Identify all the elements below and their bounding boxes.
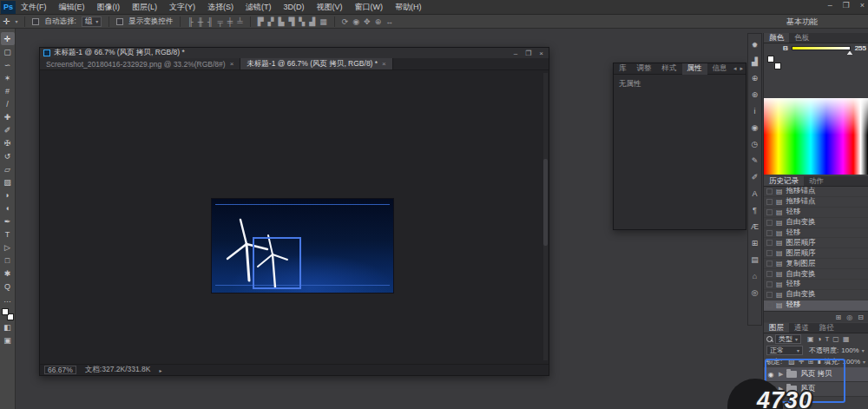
distribute-vcenter-icon[interactable]: ▞ [268, 17, 274, 26]
fill-value[interactable]: 100% [843, 358, 860, 366]
color-slider-track[interactable] [792, 46, 851, 50]
lock-transparency-icon[interactable]: ▨ [788, 358, 795, 366]
align-bottom-icon[interactable]: ╧ [237, 17, 242, 26]
move-tool-icon[interactable]: ✛ [3, 16, 10, 26]
history-state-row[interactable]: ▤ 轻移 [764, 280, 868, 290]
move-tool[interactable]: ✛ [1, 32, 15, 45]
menu-item[interactable]: 图像(I) [97, 2, 121, 13]
smart-object-filter-icon[interactable]: ▦ [843, 335, 850, 343]
history-state-row[interactable]: ▤ 拖移锚点 [764, 197, 868, 208]
menu-item[interactable]: 滤镜(T) [246, 2, 272, 13]
eyedropper-tool[interactable]: / [1, 97, 15, 110]
screen-mode-button[interactable]: ▣ [1, 333, 15, 346]
crop-tool[interactable]: # [1, 84, 15, 97]
restore-icon[interactable]: ❐ [843, 1, 850, 10]
color-swatches[interactable] [2, 308, 14, 320]
layer-comps-icon[interactable]: ⊞ [748, 234, 761, 251]
align-right-icon[interactable]: ╢ [207, 17, 213, 26]
blend-mode-dropdown[interactable]: 正常 ▾ [766, 346, 803, 355]
auto-select-checkbox[interactable] [32, 18, 39, 25]
minimize-icon[interactable]: – [514, 49, 517, 57]
document-tab[interactable]: 未标题-1 @ 66.7% (风页 拷贝, RGB/8) * × [240, 58, 392, 69]
distribute-bottom-icon[interactable]: ▙ [278, 17, 284, 26]
delete-state-icon[interactable]: ⊟ [858, 313, 864, 321]
history-source-checkbox[interactable] [766, 261, 773, 267]
history-source-checkbox[interactable] [766, 209, 773, 215]
align-vcenter-icon[interactable]: ╪ [227, 17, 233, 26]
image-canvas[interactable] [212, 199, 393, 293]
type-filter-icon[interactable]: T [825, 335, 829, 343]
panel-tab[interactable]: 图层 [764, 323, 789, 333]
shape-filter-icon[interactable]: ▢ [832, 335, 839, 343]
history-state-row[interactable]: ▤ 轻移 [764, 208, 868, 218]
history-source-checkbox[interactable] [766, 292, 773, 298]
new-doc-from-state-icon[interactable]: ⊞ [836, 313, 842, 321]
minimize-icon[interactable]: – [828, 1, 832, 10]
menu-item[interactable]: 选择(S) [207, 2, 233, 13]
chevron-right-icon[interactable]: ▶ [779, 371, 783, 378]
align-left-icon[interactable]: ╟ [187, 17, 193, 26]
menu-item[interactable]: 文字(Y) [169, 2, 195, 13]
close-icon[interactable]: × [860, 1, 865, 10]
vertical-scrollbar[interactable] [543, 73, 548, 360]
eye-icon[interactable]: ◉ [766, 371, 775, 379]
pen-tool[interactable]: ✒ [1, 214, 15, 228]
pixel-filter-icon[interactable]: ▣ [807, 335, 814, 343]
paragraph-icon[interactable]: ¶ [748, 201, 761, 218]
history-source-checkbox[interactable] [766, 250, 773, 256]
info-icon[interactable]: i [748, 102, 761, 119]
scrollbar-thumb[interactable] [543, 159, 548, 245]
3d-slide-icon[interactable]: ⊕ [375, 17, 382, 26]
close-tab-icon[interactable]: × [230, 60, 234, 68]
notes-icon[interactable]: ▤ [748, 251, 761, 267]
lock-all-icon[interactable]: ∎ [817, 358, 821, 366]
history-state-row[interactable]: ▤ 自由变换 [764, 269, 868, 280]
channel-value[interactable]: 255 [855, 44, 866, 52]
panel-tab[interactable]: 路径 [814, 323, 839, 333]
brush-tool[interactable]: ✐ [1, 123, 15, 136]
lock-pixels-icon[interactable]: ✛ [799, 358, 805, 366]
align-hcenter-icon[interactable]: ╫ [198, 17, 203, 26]
slider-thumb-icon[interactable] [847, 51, 852, 55]
more-tools[interactable]: … [1, 293, 15, 306]
panel-tab[interactable]: 样式 [657, 63, 682, 75]
type-tool[interactable]: T [1, 228, 15, 241]
panel-collapse-left-icon[interactable]: ◂ [733, 65, 737, 72]
align-top-icon[interactable]: ╤ [217, 17, 222, 26]
status-options-arrow-icon[interactable]: ▸ [159, 367, 161, 373]
navigator-icon[interactable]: ⊕ [748, 69, 761, 86]
path-selection-tool[interactable]: ▷ [1, 241, 15, 254]
menu-item[interactable]: 帮助(H) [395, 2, 422, 13]
healing-brush-tool[interactable]: ✚ [1, 110, 15, 123]
properties-icon[interactable]: ◉ [748, 119, 761, 135]
panel-tab[interactable]: 属性 [682, 63, 707, 75]
brushes-icon[interactable]: ✐ [748, 168, 761, 185]
history-state-row[interactable]: ▤ 轻移 [764, 228, 868, 239]
foreground-color-swatch[interactable] [2, 308, 9, 315]
tool-preset-caret-icon[interactable]: ▾ [15, 18, 17, 24]
new-snapshot-icon[interactable]: ◎ [846, 313, 852, 321]
history-state-row[interactable]: ▤ 自由变换 [764, 218, 868, 228]
restore-icon[interactable]: ❐ [525, 49, 531, 57]
auto-select-dropdown[interactable]: 组 ▾ [82, 16, 102, 27]
tool-presets-icon[interactable]: ⌂ [748, 267, 761, 284]
zoom-level-input[interactable]: 66.67% [44, 366, 76, 374]
3d-scale-icon[interactable]: ↔ [385, 17, 393, 26]
3d-roll-icon[interactable]: ◉ [352, 17, 359, 26]
panel-tab[interactable]: 通道 [789, 323, 814, 333]
history-source-checkbox[interactable] [766, 230, 773, 236]
timeline-icon[interactable]: ◷ [748, 135, 761, 152]
3d-rotate-icon[interactable]: ⟳ [342, 17, 349, 26]
gradient-tool[interactable]: ▨ [1, 175, 15, 188]
distribute-top-icon[interactable]: ▛ [258, 17, 264, 26]
opacity-value[interactable]: 100% [841, 346, 858, 354]
history-source-checkbox[interactable] [766, 302, 773, 308]
clone-source-icon[interactable]: ⊛ [748, 86, 761, 102]
color-swatches[interactable] [767, 56, 781, 69]
panel-collapse-right-icon[interactable]: ▸ [740, 65, 743, 72]
character-icon[interactable]: A [748, 185, 761, 201]
glyphs-icon[interactable]: Æ [748, 218, 761, 234]
zoom-tool[interactable]: Q [1, 280, 15, 293]
lasso-tool[interactable]: ∽ [1, 58, 15, 71]
3d-pan-icon[interactable]: ✥ [364, 17, 371, 26]
